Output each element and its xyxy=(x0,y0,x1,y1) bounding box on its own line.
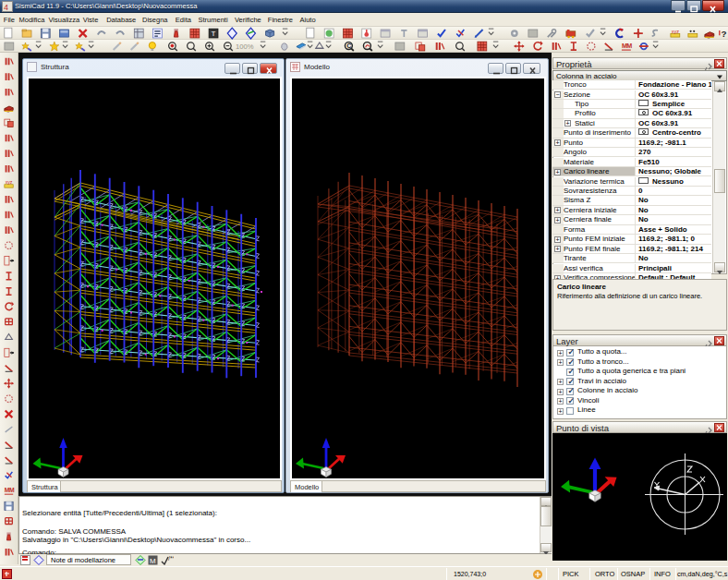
svg-text:/**: /** xyxy=(168,555,174,562)
svg-text:C: C xyxy=(346,42,351,50)
svg-text:M: M xyxy=(626,42,632,50)
svg-text:xyz: xyz xyxy=(672,29,679,34)
svg-text:T: T xyxy=(212,30,216,38)
svg-text:M: M xyxy=(9,487,15,493)
svg-text:4: 4 xyxy=(4,3,8,12)
svg-text:100%: 100% xyxy=(236,42,254,51)
svg-text:?: ? xyxy=(722,29,727,39)
svg-text:M: M xyxy=(150,557,156,565)
svg-text:xyz: xyz xyxy=(6,179,13,185)
